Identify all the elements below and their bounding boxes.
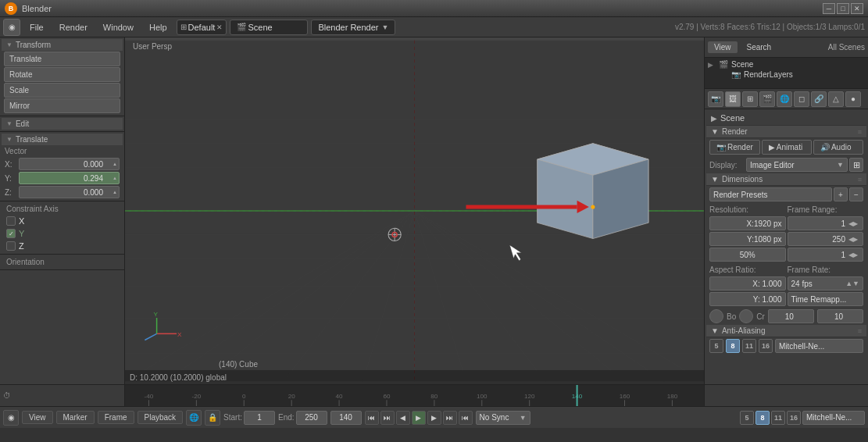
- display-dropdown[interactable]: Image Editor ▼: [746, 158, 848, 172]
- bo-value-input[interactable]: 10: [768, 309, 814, 323]
- prev-frame-btn[interactable]: ◀: [396, 411, 410, 425]
- aa-bottom-11[interactable]: 11: [771, 411, 785, 425]
- outline-scene[interactable]: ▶ 🎬 Scene: [708, 59, 865, 70]
- res-pct-input[interactable]: 50%: [709, 248, 786, 262]
- presets-remove-btn[interactable]: −: [849, 187, 863, 201]
- status-app-icon[interactable]: ◉: [3, 410, 19, 426]
- z-checkbox[interactable]: [6, 241, 16, 251]
- menu-render[interactable]: Render: [53, 21, 94, 34]
- aa-badge-11[interactable]: 11: [742, 339, 756, 353]
- z-value-input[interactable]: 0.000: [19, 186, 120, 198]
- prop-icon-camera[interactable]: 📷: [708, 91, 723, 107]
- prev-key-btn[interactable]: ⏭: [380, 411, 395, 425]
- translate-button[interactable]: Translate: [4, 52, 120, 66]
- maximize-button[interactable]: □: [837, 3, 849, 14]
- mirror-button[interactable]: Mirror: [4, 98, 120, 113]
- edit-header[interactable]: ▼ Edit: [2, 118, 123, 130]
- sync-dropdown[interactable]: No Sync ▼: [476, 411, 530, 425]
- cr-toggle[interactable]: [739, 309, 753, 323]
- start-fra-input[interactable]: 1 ◀▶: [788, 216, 864, 230]
- bo-toggle[interactable]: [709, 309, 723, 323]
- aa-badge-8[interactable]: 8: [726, 339, 740, 353]
- presets-add-btn[interactable]: +: [834, 187, 848, 201]
- all-scenes-label: All Scenes: [828, 43, 865, 52]
- y-checkbox[interactable]: ✓: [6, 229, 16, 238]
- aa-bottom-5[interactable]: 5: [740, 411, 754, 425]
- prop-icon-material[interactable]: ●: [845, 91, 861, 107]
- menu-help[interactable]: Help: [143, 21, 173, 34]
- aa-filter-dropdown[interactable]: Mitchell-Ne...: [775, 339, 863, 353]
- res-y-input[interactable]: Y:1080 px: [709, 232, 786, 246]
- lock-icon[interactable]: 🔒: [205, 410, 220, 426]
- y-value-input[interactable]: 0.294: [19, 172, 120, 184]
- end-f-input[interactable]: 250 ◀▶: [788, 232, 864, 246]
- render-engine-selector[interactable]: Blender Render ▼: [311, 20, 395, 35]
- scene-selector[interactable]: 🎬 Scene: [230, 20, 308, 35]
- timeline-left: ⏱: [0, 385, 125, 406]
- frame-button[interactable]: Frame: [98, 411, 134, 424]
- frame-s-input[interactable]: 1 ◀▶: [788, 248, 864, 262]
- close-button[interactable]: ✕: [851, 3, 863, 14]
- properties-content: ▶ Scene ▼ Render ≡ 📷 Render ▶ Animati: [705, 109, 868, 384]
- jump-end-btn[interactable]: ⏮: [459, 411, 473, 425]
- view-menu-button[interactable]: View: [22, 411, 53, 424]
- aa-section-header[interactable]: ▼ Anti-Aliasing ≡: [706, 325, 866, 337]
- asp-x-input[interactable]: X: 1.000: [709, 276, 786, 291]
- playback-button[interactable]: Playback: [138, 411, 184, 424]
- aa-badge-5[interactable]: 5: [709, 339, 723, 353]
- prop-icon-scene[interactable]: 🎬: [759, 91, 775, 107]
- layout-selector[interactable]: ⊞ Default ✕: [177, 20, 227, 35]
- prop-icon-data[interactable]: △: [828, 91, 844, 107]
- end-field[interactable]: 250: [296, 411, 327, 425]
- jump-start-btn[interactable]: ⏮: [365, 411, 379, 425]
- translate-section-header[interactable]: ▼ Translate: [2, 134, 123, 145]
- prop-icon-layers[interactable]: ⊞: [742, 91, 758, 107]
- cr-value-input[interactable]: 10: [817, 309, 863, 323]
- display-extra-btn[interactable]: ⊞: [849, 158, 863, 172]
- menu-window[interactable]: Window: [97, 21, 140, 34]
- marker-button[interactable]: Marker: [56, 411, 95, 424]
- viewport[interactable]: X Y User Persp (140) Cube D: 10.2000 (10…: [125, 37, 704, 384]
- view-button[interactable]: View: [708, 41, 738, 53]
- aa-bottom-filter[interactable]: Mitchell-Ne...: [802, 411, 865, 425]
- globe-icon[interactable]: 🌐: [186, 410, 202, 426]
- outline-renderlayers[interactable]: 📷 RenderLayers: [708, 70, 865, 80]
- res-x-input[interactable]: X:1920 px: [709, 216, 786, 230]
- current-frame-field[interactable]: 140: [330, 411, 362, 425]
- outliner-tree: ▶ 🎬 Scene 📷 RenderLayers: [705, 58, 868, 89]
- prop-icon-constraints[interactable]: 🔗: [811, 91, 827, 107]
- prop-icon-world[interactable]: 🌐: [777, 91, 792, 107]
- render-tab-anim[interactable]: ▶ Animati: [762, 140, 812, 155]
- next-frame-btn[interactable]: ▶: [427, 411, 441, 425]
- aa-badge-16[interactable]: 16: [759, 339, 773, 353]
- fps-input[interactable]: 24 fps ▲▼: [788, 276, 864, 291]
- transform-header[interactable]: ▼ Transform: [2, 39, 123, 51]
- left-panel: ▼ Transform Translate Rotate Scale Mirro…: [0, 37, 125, 384]
- start-field[interactable]: 1: [244, 411, 275, 425]
- app-icon[interactable]: ◉: [3, 19, 20, 36]
- time-remap-input[interactable]: Time Remapp...: [788, 292, 864, 306]
- rotate-button[interactable]: Rotate: [4, 67, 120, 82]
- scale-button[interactable]: Scale: [4, 83, 120, 98]
- render-tab-render[interactable]: 📷 Render: [709, 140, 760, 155]
- next-key-btn[interactable]: ⏭: [443, 411, 457, 425]
- res-framerate-grid: Resolution: Frame Range: X:1920 px 1 ◀▶ …: [706, 203, 866, 263]
- search-button[interactable]: Search: [741, 41, 778, 53]
- prop-icon-render[interactable]: 🖼: [725, 91, 741, 107]
- play-btn[interactable]: ▶: [412, 411, 426, 425]
- render-tab-audio[interactable]: 🔊 Audio: [813, 140, 863, 155]
- presets-dropdown[interactable]: Render Presets: [709, 187, 832, 201]
- minimize-button[interactable]: ─: [823, 3, 835, 14]
- constraint-label: Constraint Axis: [2, 203, 123, 215]
- aa-bottom-8[interactable]: 8: [755, 411, 770, 425]
- menu-file[interactable]: File: [23, 21, 50, 34]
- asp-y-input[interactable]: Y: 1.000: [709, 292, 786, 306]
- timeline-main[interactable]: -40 -20 0 20 40 60 80 100 120 140: [125, 385, 704, 406]
- render-section-header[interactable]: ▼ Render ≡: [706, 126, 866, 138]
- dimensions-section-header[interactable]: ▼ Dimensions ≡: [706, 173, 866, 186]
- x-checkbox[interactable]: [6, 216, 16, 226]
- x-value-input[interactable]: 0.000: [19, 158, 120, 170]
- svg-text:40: 40: [336, 394, 344, 401]
- aa-bottom-16[interactable]: 16: [787, 411, 801, 425]
- prop-icon-object[interactable]: ◻: [794, 91, 809, 107]
